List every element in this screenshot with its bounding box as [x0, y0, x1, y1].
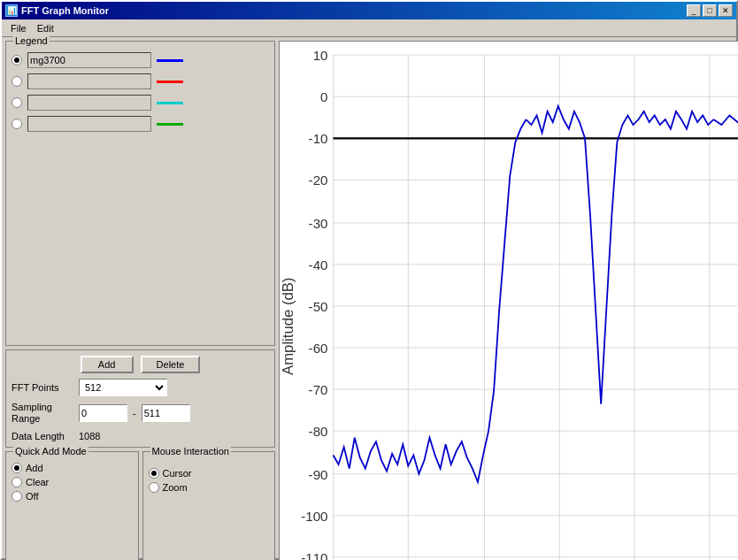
legend-input-2[interactable]: [27, 95, 151, 111]
legend-radio-2[interactable]: [12, 97, 22, 108]
svg-text:-50: -50: [309, 299, 328, 314]
y-axis-title: Amplitude (dB): [280, 278, 296, 375]
mouse-zoom-label: Zoom: [163, 482, 188, 493]
legend-rows: [12, 52, 269, 132]
fft-points-label: FFT Points: [12, 382, 73, 393]
legend-radio-3[interactable]: [12, 119, 22, 129]
svg-text:0: 0: [320, 89, 327, 104]
quick-add-clear-label: Clear: [26, 477, 49, 487]
svg-text:-30: -30: [309, 216, 328, 231]
legend-row-1: [12, 73, 269, 89]
legend-row-2: [12, 95, 269, 111]
quick-add-off-row: Off: [12, 491, 133, 502]
legend-group: Legend: [5, 41, 275, 346]
quick-add-add-row: Add: [12, 463, 133, 473]
main-window: 📊 FFT Graph Monitor _ □ ✕ File Edit Lege…: [0, 0, 738, 560]
svg-text:-60: -60: [309, 341, 328, 356]
svg-text:-90: -90: [309, 467, 328, 482]
right-panel: 10 0 -10 -20 -30 -40 -50 -60 -70 -80 -90…: [279, 41, 738, 560]
legend-color-2: [157, 102, 183, 104]
data-length-value: 1088: [79, 431, 100, 441]
range-start-input[interactable]: [79, 404, 127, 422]
svg-text:-110: -110: [301, 550, 327, 560]
legend-radio-0[interactable]: [12, 55, 22, 65]
menubar: File Edit: [2, 19, 736, 37]
svg-text:-70: -70: [309, 382, 328, 397]
close-button[interactable]: ✕: [719, 4, 733, 17]
quick-add-title: Quick Add Mode: [13, 446, 88, 456]
legend-row-3: [12, 116, 269, 132]
mouse-cursor-row: Cursor: [149, 468, 270, 479]
quick-add-off-label: Off: [26, 491, 38, 502]
svg-text:10: 10: [313, 48, 328, 63]
legend-input-0[interactable]: [27, 52, 151, 68]
svg-rect-0: [280, 42, 738, 560]
window-icon: 📊: [5, 4, 18, 17]
legend-row-0: [12, 52, 269, 68]
mouse-cursor-radio[interactable]: [149, 468, 159, 479]
data-length-label: Data Length: [12, 431, 73, 441]
fft-points-row: FFT Points 512 256 1024: [12, 379, 269, 396]
quick-add-add-radio[interactable]: [12, 463, 22, 473]
left-panel: Legend: [5, 41, 275, 560]
legend-radio-1[interactable]: [12, 76, 22, 87]
mouse-title: Mouse Interaction: [150, 446, 231, 456]
sampling-range-row: SamplingRange -: [12, 402, 269, 425]
quick-add-options: Add Clear Off: [12, 463, 133, 502]
mouse-group: Mouse Interaction Cursor Zoom: [142, 451, 276, 560]
quick-add-add-label: Add: [26, 463, 43, 473]
svg-text:-10: -10: [309, 131, 328, 146]
delete-button[interactable]: Delete: [141, 356, 201, 373]
minimize-button[interactable]: _: [687, 4, 701, 17]
quick-add-clear-row: Clear: [12, 477, 133, 487]
add-button[interactable]: Add: [81, 356, 134, 373]
range-end-input[interactable]: [142, 404, 190, 422]
svg-text:-20: -20: [309, 173, 328, 188]
chart-area[interactable]: 10 0 -10 -20 -30 -40 -50 -60 -70 -80 -90…: [279, 41, 738, 560]
data-length-row: Data Length 1088: [12, 431, 269, 441]
controls-section: Add Delete FFT Points 512 256 1024 Sampl…: [5, 349, 275, 447]
mouse-zoom-radio[interactable]: [149, 482, 159, 493]
title-bar-left: 📊 FFT Graph Monitor: [5, 4, 109, 17]
bottom-left: Quick Add Mode Add Clear Off: [5, 451, 275, 560]
quick-add-off-radio[interactable]: [12, 491, 22, 502]
window-title: FFT Graph Monitor: [21, 5, 109, 16]
add-delete-row: Add Delete: [12, 356, 269, 373]
title-buttons: _ □ ✕: [687, 4, 733, 17]
fft-chart: 10 0 -10 -20 -30 -40 -50 -60 -70 -80 -90…: [280, 42, 738, 560]
maximize-button[interactable]: □: [703, 4, 717, 17]
mouse-options: Cursor Zoom: [149, 468, 270, 493]
main-content: Legend: [2, 37, 736, 560]
svg-text:-100: -100: [301, 509, 327, 524]
legend-color-3: [157, 123, 183, 126]
title-bar: 📊 FFT Graph Monitor _ □ ✕: [2, 2, 736, 19]
menu-file[interactable]: File: [5, 21, 32, 35]
fft-points-select[interactable]: 512 256 1024: [79, 379, 167, 396]
svg-text:-80: -80: [309, 424, 328, 439]
legend-color-0: [157, 59, 183, 62]
quick-add-clear-radio[interactable]: [12, 477, 22, 487]
legend-color-1: [157, 81, 183, 83]
quick-add-group: Quick Add Mode Add Clear Off: [5, 451, 139, 560]
mouse-cursor-label: Cursor: [163, 468, 192, 479]
svg-text:-40: -40: [309, 257, 328, 272]
range-dash: -: [133, 408, 136, 418]
legend-input-1[interactable]: [27, 73, 151, 89]
mouse-zoom-row: Zoom: [149, 482, 270, 493]
menu-edit[interactable]: Edit: [32, 21, 59, 35]
sampling-range-label: SamplingRange: [12, 402, 73, 425]
legend-title: Legend: [13, 35, 50, 46]
legend-input-3[interactable]: [27, 116, 151, 132]
